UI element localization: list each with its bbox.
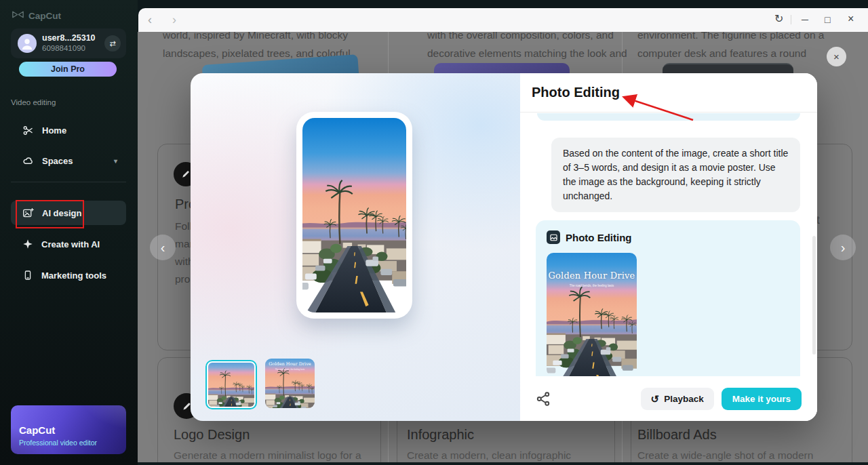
photo-editing-modal: Golden Hour Drive The road bends, the fe… [191,73,817,421]
minimize-icon[interactable]: ─ [802,14,808,25]
phone-photo [302,118,406,312]
make-it-yours-button[interactable]: Make it yours [722,388,802,410]
generated-poster[interactable]: Golden Hour Drive The road bends, the fe… [547,253,637,376]
sidebar-item-label: Marketing tools [41,270,106,281]
photo-editing-icon [547,230,560,244]
poster-title: Golden Hour Drive [547,270,637,281]
capcut-promo-banner[interactable]: CapCut Professional video editor [11,405,126,454]
banner-title: CapCut [19,424,55,436]
cloud-icon [22,155,34,167]
window-bottom-edge [138,462,868,465]
close-icon: × [833,51,840,62]
sidebar-item-label: Spaces [42,156,73,166]
poster-subtitle: The road bends, the feeling lasts [265,368,315,371]
forward-icon[interactable]: › [172,13,176,26]
toolbar: ‹ › ↻ ─ □ × [138,8,868,32]
capcut-logo-text: CapCut [28,11,61,21]
detail-pane: Photo Editing Based on the content of th… [520,73,817,421]
card-description: Create a wide-angle shot of a modern [637,449,813,462]
chevron-down-icon[interactable]: ▾ [114,157,117,165]
previous-card-edge [537,113,800,121]
close-icon[interactable]: × [848,14,854,24]
user-id: 6098841090 [42,44,85,52]
device-icon [22,270,33,281]
swap-icon: ⇄ [109,39,115,48]
sidebar-item-marketing-tools[interactable]: Marketing tools [11,263,126,287]
capcut-logo: CapCut [12,10,61,21]
modal-footer: ↺ Playback Make it yours [520,376,817,421]
chevron-right-icon: › [841,240,846,256]
sunset-drive-photo [302,118,406,312]
sidebar-item-label: Home [42,125,66,136]
card-title: Billboard Ads [637,427,717,443]
join-pro-button[interactable]: Join Pro [19,62,117,77]
carousel-next-button[interactable]: › [830,235,856,260]
maximize-icon[interactable]: □ [825,14,830,25]
sidebar-item-spaces[interactable]: Spaces ▾ [11,148,126,173]
result-card-label: Photo Editing [566,232,631,243]
prompt-bubble: Based on the content of the image, creat… [551,138,800,212]
sidebar-item-create-with-ai[interactable]: Create with AI [11,232,126,256]
modal-close-button[interactable]: × [827,47,846,66]
poster-subtitle: The road bends, the feeling lasts [547,284,637,287]
capcut-window: CapCut user8...25310 6098841090 ⇄ Join P… [0,0,868,465]
video-editing-section-label: Video editing [11,98,56,106]
avatar [18,34,37,53]
toolbar-separator [791,15,791,24]
playback-button[interactable]: ↺ Playback [641,388,714,410]
sidebar: CapCut user8...25310 6098841090 ⇄ Join P… [0,0,138,465]
make-it-yours-label: Make it yours [732,394,791,404]
result-card-header: Photo Editing [547,230,789,244]
sidebar-divider [11,182,126,182]
sunset-drive-photo [208,363,254,407]
annotation-highlight-box [16,200,84,228]
refresh-icon[interactable]: ↻ [774,14,783,24]
history-icon: ↺ [651,394,660,404]
join-pro-label: Join Pro [51,64,85,74]
chevron-left-icon: ‹ [161,240,165,256]
sidebar-item-label: Create with AI [41,239,100,249]
carousel-prev-button[interactable]: ‹ [150,235,176,260]
share-icon[interactable] [536,391,551,407]
capcut-logo-icon [12,10,24,21]
card-description: Create a modern, clean infographic [407,449,571,462]
card-prompt-text: environment. The figurine is placed on a… [637,32,848,62]
result-card: Photo Editing [536,220,800,376]
scissors-icon [22,125,34,136]
phone-mockup [296,112,412,319]
sidebar-item-home[interactable]: Home [11,118,126,142]
conversation-scroll-area: Based on the content of the image, creat… [520,113,817,376]
card-title: Infographic [407,427,474,443]
thumbnail-poster-variant[interactable]: Golden Hour Drive The road bends, the fe… [265,359,315,408]
sparkle-icon [22,239,33,249]
banner-subtitle: Professional video editor [19,439,97,447]
user-name: user8...25310 [42,33,96,43]
modal-scrollbar[interactable] [812,236,816,355]
thumbnail-original-selected[interactable] [205,360,257,409]
card-title: Logo Design [174,427,250,443]
poster-title: Golden Hour Drive [265,361,315,367]
modal-title: Photo Editing [532,85,620,100]
card-prompt-text: with the overall composition, colors, an… [427,32,637,62]
back-icon[interactable]: ‹ [148,13,152,26]
switch-account-button[interactable]: ⇄ [104,35,121,52]
card-description: Generate a modern minimalist logo for a [174,449,361,462]
playback-label: Playback [664,394,704,404]
preview-pane: Golden Hour Drive The road bends, the fe… [191,73,520,421]
user-card[interactable]: user8...25310 6098841090 ⇄ [11,28,126,58]
modal-header: Photo Editing [520,73,817,113]
